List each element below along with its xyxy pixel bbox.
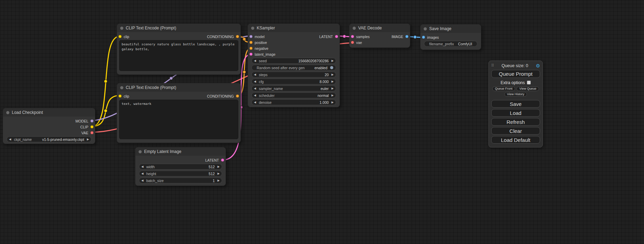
increment-arrow-icon[interactable]: ▶ [87, 138, 89, 141]
clip-port-icon[interactable] [118, 94, 122, 98]
queue-front-button[interactable]: Queue Front [492, 87, 515, 91]
increment-arrow-icon[interactable]: ▶ [218, 172, 220, 175]
negative-prompt-textarea[interactable]: text, watermark [119, 100, 238, 139]
node-title-bar[interactable]: KSampler [248, 24, 339, 32]
latent-port-icon[interactable] [351, 35, 354, 38]
node-graph-canvas[interactable]: Load Checkpoint MODEL CLIP VAE [0, 0, 644, 244]
clear-button[interactable]: Clear [491, 127, 540, 135]
extra-options-checkbox[interactable] [527, 81, 531, 84]
widget-height[interactable]: ◀ height 512 ▶ [139, 171, 222, 177]
node-clip-text-encode-positive[interactable]: CLIP Text Encode (Prompt) clip CONDITION… [117, 24, 241, 75]
widget-cfg[interactable]: ◀ cfg 8.000 ▶ [252, 79, 336, 84]
model-port-icon[interactable] [249, 35, 253, 38]
output-port-latent[interactable]: LATENT [319, 35, 339, 39]
node-title-bar[interactable]: CLIP Text Encode (Prompt) [117, 24, 240, 32]
output-port-latent[interactable]: LATENT [205, 158, 226, 162]
increment-arrow-icon[interactable]: ▶ [332, 60, 334, 62]
input-port-positive[interactable]: positive [248, 40, 267, 45]
node-ksampler[interactable]: KSampler model LATENT positive [248, 24, 340, 107]
latent-port-icon[interactable] [221, 159, 224, 162]
node-clip-text-encode-negative[interactable]: CLIP Text Encode (Prompt) clip CONDITION… [117, 83, 241, 143]
collapse-icon[interactable] [6, 111, 9, 114]
output-port-clip[interactable]: CLIP [80, 125, 95, 129]
collapse-icon[interactable] [120, 27, 123, 30]
input-port-clip[interactable]: clip [117, 35, 129, 39]
collapse-icon[interactable] [139, 150, 142, 153]
widget-sampler-name[interactable]: ◀ sampler_name euler ▶ [252, 85, 336, 91]
load-default-button[interactable]: Load Default [491, 136, 540, 144]
output-port-model[interactable]: MODEL [76, 119, 95, 123]
load-button[interactable]: Load [491, 109, 540, 117]
conditioning-port-icon[interactable] [249, 47, 253, 50]
collapse-icon[interactable] [353, 27, 356, 30]
widget-ckpt-name[interactable]: ◀ ckpt_name v1-5-pruned-emaonly.ckpt ▶ [7, 136, 91, 142]
conditioning-port-icon[interactable] [249, 41, 253, 44]
image-port-icon[interactable] [422, 36, 425, 39]
increment-arrow-icon[interactable]: ▶ [218, 179, 220, 182]
decrement-arrow-icon[interactable]: ◀ [254, 73, 256, 76]
input-port-samples[interactable]: samples [350, 35, 370, 39]
increment-arrow-icon[interactable]: ▶ [332, 80, 334, 83]
increment-arrow-icon[interactable]: ▶ [332, 73, 334, 76]
vae-port-icon[interactable] [351, 41, 354, 44]
widget-random-seed-toggle[interactable]: Random seed after every gen enabled [252, 65, 336, 71]
clip-port-icon[interactable] [90, 125, 94, 128]
output-port-vae[interactable]: VAE [81, 131, 95, 135]
decrement-arrow-icon[interactable]: ◀ [254, 101, 256, 104]
input-port-clip[interactable]: clip [117, 94, 129, 98]
decrement-arrow-icon[interactable]: ◀ [141, 179, 143, 182]
view-queue-button[interactable]: View Queue [517, 87, 539, 91]
toggle-dot-icon[interactable] [330, 66, 333, 69]
increment-arrow-icon[interactable]: ▶ [332, 94, 334, 97]
input-port-vae[interactable]: vae [350, 40, 362, 45]
widget-scheduler[interactable]: ◀ scheduler normal ▶ [252, 92, 336, 98]
node-title-bar[interactable]: Empty Latent Image [135, 147, 226, 156]
node-title-bar[interactable]: Save Image [421, 25, 481, 33]
node-save-image[interactable]: Save Image images filename_prefix ComfyU… [420, 24, 481, 50]
decrement-arrow-icon[interactable]: ◀ [254, 87, 256, 90]
increment-arrow-icon[interactable]: ▶ [218, 165, 220, 168]
drag-handle-icon[interactable]: ⠿ [491, 63, 494, 68]
node-title-bar[interactable]: VAE Decode [350, 24, 410, 32]
node-empty-latent-image[interactable]: Empty Latent Image LATENT ◀ width 512 ▶ … [135, 147, 226, 186]
latent-port-icon[interactable] [335, 35, 338, 38]
decrement-arrow-icon[interactable]: ◀ [254, 60, 256, 62]
queue-prompt-button[interactable]: Queue Prompt [491, 70, 540, 78]
decrement-arrow-icon[interactable]: ◀ [254, 80, 256, 83]
widget-filename-prefix[interactable]: filename_prefix ComfyUI [424, 41, 477, 47]
save-button[interactable]: Save [491, 100, 540, 108]
refresh-button[interactable]: Refresh [491, 118, 540, 126]
collapse-icon[interactable] [424, 27, 427, 30]
collapse-icon[interactable] [120, 86, 123, 89]
widget-width[interactable]: ◀ width 512 ▶ [139, 164, 222, 170]
output-port-conditioning[interactable]: CONDITIONING [207, 94, 240, 98]
image-port-icon[interactable] [405, 35, 408, 38]
vae-port-icon[interactable] [90, 131, 94, 134]
increment-arrow-icon[interactable]: ▶ [332, 101, 334, 104]
decrement-arrow-icon[interactable]: ◀ [9, 138, 11, 141]
decrement-arrow-icon[interactable]: ◀ [141, 165, 143, 168]
model-port-icon[interactable] [90, 119, 94, 123]
increment-arrow-icon[interactable]: ▶ [332, 87, 334, 90]
latent-port-icon[interactable] [249, 53, 253, 56]
output-port-image[interactable]: IMAGE [391, 35, 410, 39]
settings-gear-icon[interactable]: ⚙ [536, 63, 540, 68]
input-port-images[interactable]: images [421, 35, 439, 39]
output-port-conditioning[interactable]: CONDITIONING [207, 35, 240, 39]
node-vae-decode[interactable]: VAE Decode samples IMAGE vae [349, 24, 410, 48]
widget-batch-size[interactable]: ◀ batch_size 1 ▶ [139, 178, 222, 183]
input-port-negative[interactable]: negative [248, 46, 268, 51]
decrement-arrow-icon[interactable]: ◀ [141, 172, 143, 175]
widget-denoise[interactable]: ◀ denoise 1.000 ▶ [252, 99, 336, 105]
node-title-bar[interactable]: Load Checkpoint [3, 108, 95, 117]
conditioning-port-icon[interactable] [236, 94, 239, 98]
conditioning-port-icon[interactable] [236, 35, 239, 38]
decrement-arrow-icon[interactable]: ◀ [254, 94, 256, 97]
input-port-model[interactable]: model [248, 35, 265, 39]
widget-steps[interactable]: ◀ steps 20 ▶ [252, 72, 336, 78]
collapse-icon[interactable] [251, 27, 254, 30]
node-load-checkpoint[interactable]: Load Checkpoint MODEL CLIP VAE [3, 108, 95, 144]
node-title-bar[interactable]: CLIP Text Encode (Prompt) [117, 83, 240, 92]
view-history-button[interactable]: View History [504, 92, 527, 97]
clip-port-icon[interactable] [118, 35, 122, 38]
